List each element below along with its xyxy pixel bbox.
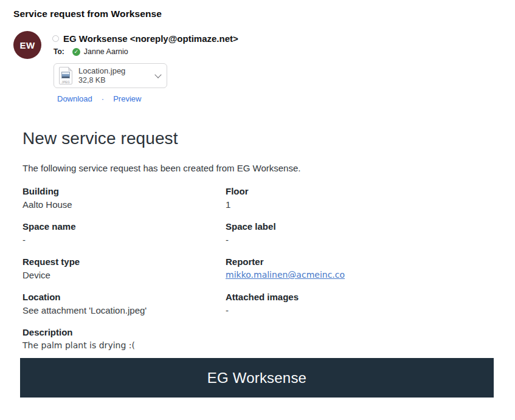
field-label: Space name xyxy=(22,221,226,232)
fields-grid: Building Aalto House Floor 1 Space name … xyxy=(22,185,485,351)
field-value: Device xyxy=(22,269,226,281)
jpeg-file-icon: JPEG xyxy=(59,67,72,84)
field-label: Attached images xyxy=(226,291,485,303)
field-space-name: Space name - xyxy=(22,221,226,246)
field-label: Building xyxy=(22,185,226,197)
attachment-filename: Location.jpeg xyxy=(78,66,152,75)
field-label: Location xyxy=(22,291,226,303)
actions-separator: · xyxy=(102,94,104,103)
image-thumbnail xyxy=(61,72,70,78)
intro-text: The following service request has been c… xyxy=(22,162,300,174)
field-request-type: Request type Device xyxy=(22,256,226,281)
attachment-actions: Download · Preview xyxy=(57,94,141,103)
attachment-filesize: 32,8 KB xyxy=(78,76,152,85)
reporter-email-link[interactable]: mikko.malinen@acmeinc.co xyxy=(226,270,345,280)
field-value: See attachment 'Location.jpeg' xyxy=(22,305,226,316)
recipient-name[interactable]: Janne Aarnio xyxy=(84,47,128,56)
field-value: 1 xyxy=(226,199,485,210)
verified-check-icon: ✓ xyxy=(72,48,80,56)
field-building: Building Aalto House xyxy=(22,185,226,210)
sender-row: EG Worksense <noreply@optimaze.net> xyxy=(52,33,238,44)
field-label: Request type xyxy=(22,256,226,267)
contact-ring-icon xyxy=(52,35,59,42)
field-value: - xyxy=(226,234,485,246)
field-space-label: Space label - xyxy=(226,221,485,246)
preview-link[interactable]: Preview xyxy=(113,94,141,103)
field-value: The palm plant is drying :( xyxy=(22,340,226,351)
subject-line: Service request from Worksense xyxy=(13,9,162,19)
field-label: Floor xyxy=(226,185,485,197)
page-fold xyxy=(68,67,72,71)
field-location: Location See attachment 'Location.jpeg' xyxy=(22,291,226,316)
email-footer: EG Worksense xyxy=(20,358,494,398)
field-description: Description The palm plant is drying :( xyxy=(22,326,226,351)
field-value: Aalto House xyxy=(22,199,226,210)
field-floor: Floor 1 xyxy=(226,185,485,210)
brand-name: EG Worksense xyxy=(207,370,306,387)
field-label: Description xyxy=(22,326,226,338)
field-attached-images: Attached images - xyxy=(226,291,485,316)
chevron-down-icon[interactable] xyxy=(154,71,161,78)
grid-spacer xyxy=(226,326,485,351)
to-label: To: xyxy=(54,47,64,56)
field-reporter: Reporter mikko.malinen@acmeinc.co xyxy=(226,256,485,281)
field-value: - xyxy=(22,234,226,246)
file-type-label: JPEG xyxy=(61,81,71,84)
field-value: - xyxy=(226,305,485,316)
attachment-card[interactable]: JPEG Location.jpeg 32,8 KB xyxy=(54,63,167,88)
recipient-row: To: ✓ Janne Aarnio xyxy=(54,47,128,56)
page-title: New service request xyxy=(22,128,178,149)
sender-name[interactable]: EG Worksense <noreply@optimaze.net> xyxy=(63,33,238,44)
field-label: Reporter xyxy=(226,256,485,267)
sender-avatar: EW xyxy=(13,31,41,59)
download-link[interactable]: Download xyxy=(57,94,92,103)
attachment-meta: Location.jpeg 32,8 KB xyxy=(78,66,152,85)
field-label: Space label xyxy=(226,221,485,232)
